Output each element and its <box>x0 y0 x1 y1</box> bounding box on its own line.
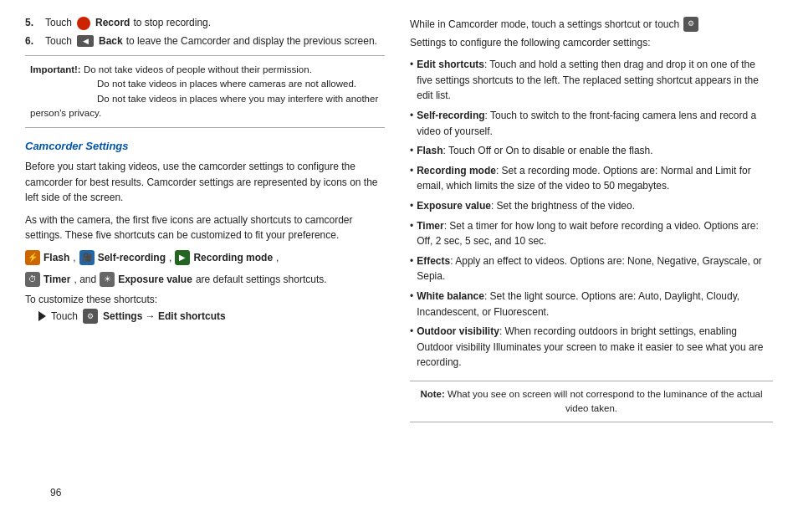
timer-icon: ⏱ <box>25 272 40 287</box>
bullet-list: Edit shortcuts: Touch and hold a setting… <box>410 57 773 371</box>
recording-mode-icon: ▶ <box>175 250 190 265</box>
important-line2: Do not take videos in places where camer… <box>97 79 356 89</box>
touch-settings-row: Touch ⚙ Settings → Edit shortcuts <box>38 309 385 324</box>
right-column: While in Camcorder mode, touch a setting… <box>410 17 773 422</box>
step-6-rest: to leave the Camcorder and display the p… <box>126 35 377 47</box>
bullet-term-outdoor: Outdoor visibility: When recording outdo… <box>417 324 773 371</box>
self-recording-icon: 🎥 <box>79 250 95 265</box>
bullet-timer: Timer: Set a timer for how long to wait … <box>410 218 773 249</box>
flash-label: Flash <box>43 252 69 263</box>
step-5-content: Touch Record to stop recording. <box>45 17 211 30</box>
body-para2: As with the camera, the first five icons… <box>25 212 385 243</box>
settings-label: Settings → Edit shortcuts <box>103 310 226 322</box>
flash-icon: ⚡ <box>25 250 40 265</box>
bullet-term-recmode: Recording mode: Set a recording mode. Op… <box>417 163 773 194</box>
settings-icon-right: ⚙ <box>683 17 698 32</box>
note-box: Note: What you see on screen will not co… <box>410 381 773 423</box>
bullet-edit-shortcuts: Edit shortcuts: Touch and hold a setting… <box>410 57 773 104</box>
self-recording-label: Self-recording <box>98 252 166 263</box>
right-intro-text1: While in Camcorder mode, touch a setting… <box>410 17 679 33</box>
step-5-num: 5. <box>25 17 40 28</box>
note-label: Note: <box>420 389 444 399</box>
bullet-self-recording: Self-recording: Touch to switch to the f… <box>410 108 773 139</box>
bullet-outdoor: Outdoor visibility: When recording outdo… <box>410 324 773 371</box>
step-6: 6. Touch ◀ Back to leave the Camcorder a… <box>25 35 385 47</box>
important-box: Important!: Do not take videos of people… <box>25 55 385 128</box>
exposure-label: Exposure value <box>118 274 192 285</box>
icon-row: ⚡ Flash, 🎥 Self-recording, ▶ Recording m… <box>25 250 385 265</box>
icon-row-2: ⏱ Timer, and ☀ Exposure value are defaul… <box>25 272 385 287</box>
exposure-icon: ☀ <box>100 272 115 287</box>
important-line3: Do not take videos in places where you m… <box>30 94 378 118</box>
page-container: 5. Touch Record to stop recording. 6. To… <box>25 17 773 515</box>
bullet-recording-mode: Recording mode: Set a recording mode. Op… <box>410 163 773 194</box>
important-label: Important!: <box>30 64 81 74</box>
recording-mode-label: Recording mode <box>193 252 273 263</box>
note-text: What you see on screen will not correspo… <box>445 389 763 413</box>
bullet-effects: Effects: Apply an effect to videos. Opti… <box>410 253 773 284</box>
right-intro-text2: Settings to configure the following camc… <box>410 35 650 51</box>
important-line1: Do not take videos of people without the… <box>84 64 312 74</box>
right-intro: While in Camcorder mode, touch a setting… <box>410 17 773 50</box>
bullet-term-self: Self-recording: Touch to switch to the f… <box>417 108 773 139</box>
icon-row-suffix: are default settings shortcuts. <box>196 274 327 285</box>
customize-text: To customize these shortcuts: <box>25 294 385 305</box>
bullet-flash: Flash: Touch Off or On to disable or ena… <box>410 143 773 159</box>
bullet-term-timer: Timer: Set a timer for how long to wait … <box>417 218 773 249</box>
step-6-num: 6. <box>25 35 40 47</box>
step-5-touch: Touch <box>45 17 72 28</box>
bullet-term-edit: Edit shortcuts: Touch and hold a setting… <box>417 57 773 104</box>
touch-settings-touch: Touch <box>51 310 78 322</box>
settings-icon: ⚙ <box>83 309 98 324</box>
body-para1: Before you start taking videos, use the … <box>25 159 385 206</box>
bullet-term-flash: Flash: Touch Off or On to disable or ena… <box>417 143 652 159</box>
bullet-term-wb: White balance: Set the light source. Opt… <box>417 289 773 320</box>
left-column: 5. Touch Record to stop recording. 6. To… <box>25 17 385 422</box>
step-6-bold: Back <box>99 35 123 47</box>
bullet-white-balance: White balance: Set the light source. Opt… <box>410 289 773 320</box>
step-5-bold: Record <box>95 17 130 28</box>
two-column-layout: 5. Touch Record to stop recording. 6. To… <box>25 17 773 422</box>
timer-label: Timer <box>43 274 70 285</box>
step-6-content: Touch ◀ Back to leave the Camcorder and … <box>45 35 377 47</box>
bullet-exposure: Exposure value: Set the brightness of th… <box>410 198 773 214</box>
triangle-icon <box>38 311 46 321</box>
section-title: Camcorder Settings <box>25 140 385 152</box>
bullet-term-effects: Effects: Apply an effect to videos. Opti… <box>417 253 773 284</box>
page-number: 96 <box>50 487 61 499</box>
step-6-touch: Touch <box>45 35 72 47</box>
step-5: 5. Touch Record to stop recording. <box>25 17 385 30</box>
step-5-rest: to stop recording. <box>133 17 211 28</box>
record-icon <box>77 17 90 30</box>
back-icon: ◀ <box>77 35 94 47</box>
bullet-term-exposure: Exposure value: Set the brightness of th… <box>417 198 635 214</box>
